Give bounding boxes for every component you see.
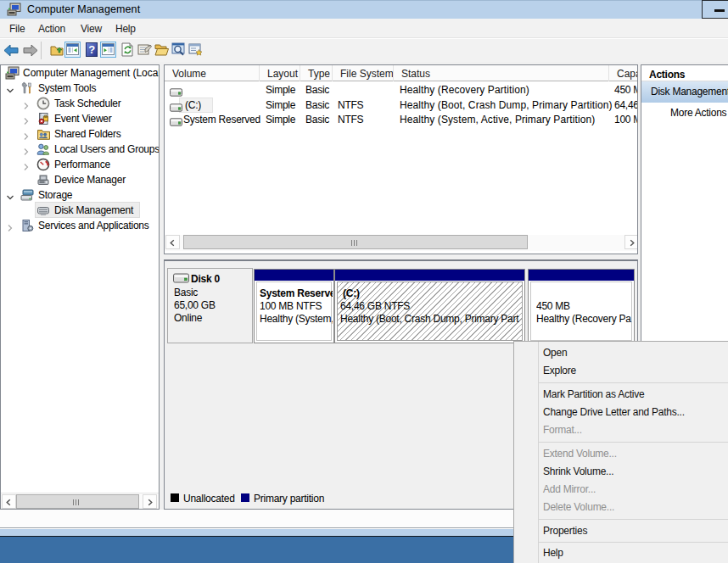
svg-text:?: ?	[88, 43, 95, 56]
